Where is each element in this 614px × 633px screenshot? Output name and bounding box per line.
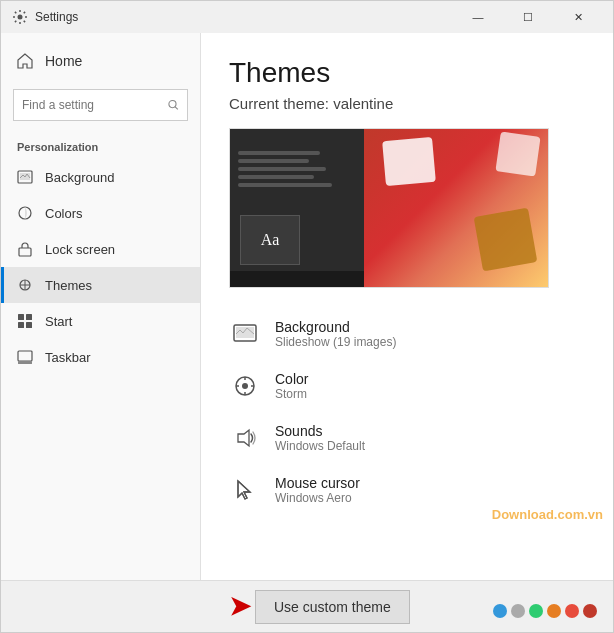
svg-rect-12 [18,351,32,361]
svg-point-17 [242,383,248,389]
color-option-icon [229,370,261,402]
home-icon [17,53,33,69]
theme-option-color[interactable]: Color Storm [229,360,585,412]
option-text-mouse-cursor: Mouse cursor Windows Aero [275,475,360,505]
taskbar-icon [17,349,33,365]
preview-window: Aa [240,215,300,265]
svg-rect-13 [18,361,32,364]
background-icon [17,169,33,185]
home-label: Home [45,53,82,69]
titlebar-controls: — ☐ ✕ [455,1,601,33]
option-text-color: Color Storm [275,371,308,401]
option-label: Sounds [275,423,365,439]
titlebar: Settings — ☐ ✕ [1,1,613,33]
search-icon [168,99,179,111]
preview-menu-lines [230,129,364,191]
minimize-button[interactable]: — [455,1,501,33]
bottom-dots [493,604,597,618]
option-text-sounds: Sounds Windows Default [275,423,365,453]
option-sublabel: Windows Aero [275,491,360,505]
svg-rect-15 [236,327,254,338]
preview-taskbar [230,271,364,287]
sidebar-item-label: Themes [45,278,92,293]
search-box[interactable] [13,89,188,121]
main-content: Home Personalization [1,33,613,580]
settings-window: Settings — ☐ ✕ Home [0,0,614,633]
themes-icon [17,277,33,293]
sidebar-item-label: Background [45,170,114,185]
sidebar: Home Personalization [1,33,201,580]
preview-aa: Aa [261,231,280,249]
dot-red-dark [583,604,597,618]
svg-rect-6 [19,248,31,256]
main-panel: Themes Current theme: valentine [201,33,613,580]
personalization-label: Personalization [1,129,200,159]
theme-options: Background Slideshow (19 images) [229,308,585,516]
preview-line [238,175,314,179]
sidebar-item-themes[interactable]: Themes [1,267,200,303]
sidebar-item-label: Start [45,314,72,329]
theme-preview: Aa [229,128,549,288]
preview-line [238,183,332,187]
sidebar-item-home[interactable]: Home [1,41,200,81]
sounds-option-icon [229,422,261,454]
colors-icon [17,205,33,221]
titlebar-title: Settings [35,10,78,24]
sidebar-item-background[interactable]: Background [1,159,200,195]
theme-option-sounds[interactable]: Sounds Windows Default [229,412,585,464]
sidebar-item-colors[interactable]: Colors [1,195,200,231]
sidebar-item-label: Colors [45,206,83,221]
sidebar-item-label: Taskbar [45,350,91,365]
option-label: Background [275,319,396,335]
preview-heart-white2 [495,131,540,176]
sidebar-item-lock-screen[interactable]: Lock screen [1,231,200,267]
svg-rect-9 [26,314,32,320]
search-input[interactable] [22,98,162,112]
option-sublabel: Slideshow (19 images) [275,335,396,349]
arrow-icon: ➤ [229,591,251,622]
titlebar-left: Settings [13,10,78,24]
dot-gray [511,604,525,618]
preview-right [364,129,548,287]
preview-left: Aa [230,129,364,287]
use-custom-theme-button[interactable]: Use custom theme [255,590,410,624]
option-sublabel: Windows Default [275,439,365,453]
lock-icon [17,241,33,257]
bottom-bar: ➤ Use custom theme [1,580,613,632]
dot-green [529,604,543,618]
sidebar-item-taskbar[interactable]: Taskbar [1,339,200,375]
dot-red-light [565,604,579,618]
background-option-icon [229,318,261,350]
arrow-container: ➤ [229,591,255,622]
dot-blue [493,604,507,618]
watermark: Download.com.vn [492,507,603,522]
page-title: Themes [229,57,585,89]
option-label: Mouse cursor [275,475,360,491]
preview-heart-white [382,137,436,186]
close-button[interactable]: ✕ [555,1,601,33]
sidebar-item-label: Lock screen [45,242,115,257]
dot-orange [547,604,561,618]
svg-point-1 [169,101,176,108]
svg-marker-22 [238,430,249,446]
preview-key [474,208,538,272]
svg-rect-8 [18,314,24,320]
option-sublabel: Storm [275,387,308,401]
maximize-button[interactable]: ☐ [505,1,551,33]
svg-rect-10 [18,322,24,328]
current-theme-label: Current theme: valentine [229,95,585,112]
theme-option-background[interactable]: Background Slideshow (19 images) [229,308,585,360]
start-icon [17,313,33,329]
preview-line [238,167,326,171]
option-label: Color [275,371,308,387]
svg-point-0 [18,15,23,20]
svg-line-2 [175,107,178,110]
option-text-background: Background Slideshow (19 images) [275,319,396,349]
preview-container: Aa [230,129,548,287]
preview-line [238,159,309,163]
mouse-cursor-option-icon [229,474,261,506]
settings-app-icon [13,10,27,24]
svg-rect-11 [26,322,32,328]
sidebar-item-start[interactable]: Start [1,303,200,339]
preview-line [238,151,320,155]
